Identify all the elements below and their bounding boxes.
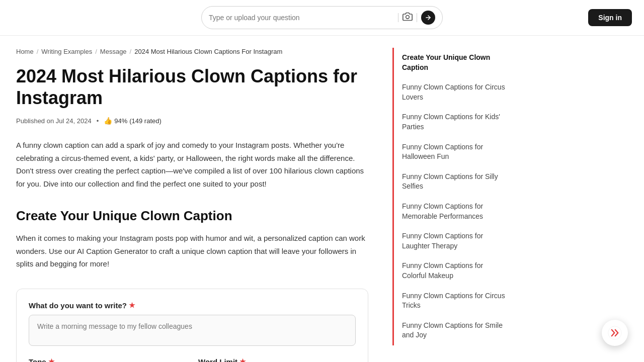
sidebar-item-8[interactable]: Funny Clown Captions for Circus Tricks: [394, 286, 513, 316]
write-field-label-text: What do you want to write?: [29, 301, 127, 310]
required-star-wordlimit: ★: [239, 357, 246, 362]
generator-card: What do you want to write? ★ Tone ★ Word…: [16, 289, 368, 362]
sidebar-item-2[interactable]: Funny Clown Captions for Kids' Parties: [394, 107, 513, 137]
word-limit-field: Word Limit ★: [198, 357, 356, 362]
sidebar: Create Your Unique Clown Caption Funny C…: [392, 48, 513, 362]
sidebar-item-4[interactable]: Funny Clown Captions for Silly Selfies: [394, 167, 513, 197]
sidebar-item-1[interactable]: Funny Clown Captions for Circus Lovers: [394, 77, 513, 107]
required-star-write: ★: [129, 301, 135, 309]
sidebar-item-5[interactable]: Funny Clown Captions for Memorable Perfo…: [394, 197, 513, 226]
tone-field: Tone ★: [29, 357, 186, 362]
breadcrumb-sep-1: /: [37, 48, 39, 55]
word-limit-label-text: Word Limit: [198, 357, 237, 362]
rating-percent: 94%: [114, 117, 127, 125]
floating-icon: [608, 326, 622, 340]
section-title: Create Your Unique Clown Caption: [16, 208, 368, 224]
rating-badge: 👍 94% (149 rated): [104, 117, 162, 125]
svg-point-0: [406, 15, 410, 19]
page-title: 2024 Most Hilarious Clown Captions for I…: [16, 65, 368, 109]
page-container: Home / Writing Examples / Message / 2024…: [0, 36, 644, 362]
search-divider-2: [417, 13, 417, 22]
write-field-label: What do you want to write? ★: [29, 301, 356, 310]
breadcrumb-writing-examples[interactable]: Writing Examples: [41, 48, 92, 55]
search-submit-button[interactable]: [421, 11, 435, 25]
header: Sign in: [0, 0, 644, 36]
breadcrumb-sep-3: /: [130, 48, 132, 55]
sidebar-nav: Create Your Unique Clown Caption Funny C…: [392, 48, 513, 345]
tone-wordlimit-row: Tone ★ Word Limit ★: [29, 357, 356, 362]
floating-action-button[interactable]: [602, 320, 628, 346]
main-content: Home / Writing Examples / Message / 2024…: [16, 48, 368, 362]
meta-dot: •: [97, 117, 99, 125]
article-body: A funny clown caption can add a spark of…: [16, 139, 368, 190]
article-meta: Published on Jul 24, 2024 • 👍 94% (149 r…: [16, 117, 368, 125]
breadcrumb-sep-2: /: [95, 48, 97, 55]
thumbs-up-icon: 👍: [104, 117, 112, 125]
sidebar-item-9[interactable]: Funny Clown Captions for Smile and Joy: [394, 316, 513, 345]
search-divider: [398, 13, 398, 22]
search-input[interactable]: [209, 14, 394, 22]
sidebar-item-7[interactable]: Funny Clown Captions for Colorful Makeup: [394, 256, 513, 286]
sidebar-item-0[interactable]: Create Your Unique Clown Caption: [394, 48, 513, 77]
word-limit-label: Word Limit ★: [198, 357, 356, 362]
breadcrumb-current: 2024 Most Hilarious Clown Captions For I…: [134, 48, 282, 55]
breadcrumb: Home / Writing Examples / Message / 2024…: [16, 48, 368, 55]
sidebar-item-6[interactable]: Funny Clown Captions for Laughter Therap…: [394, 226, 513, 256]
breadcrumb-home[interactable]: Home: [16, 48, 34, 55]
write-input[interactable]: [29, 315, 356, 346]
search-bar: [201, 6, 443, 29]
camera-icon[interactable]: [403, 12, 413, 24]
sidebar-item-3[interactable]: Funny Clown Captions for Halloween Fun: [394, 137, 513, 167]
tone-label: Tone ★: [29, 357, 186, 362]
published-date: Published on Jul 24, 2024: [16, 117, 92, 125]
breadcrumb-message[interactable]: Message: [100, 48, 127, 55]
sign-in-button[interactable]: Sign in: [588, 9, 632, 26]
tone-label-text: Tone: [29, 357, 46, 362]
required-star-tone: ★: [48, 357, 55, 362]
section-body: When it comes to making your Instagram p…: [16, 232, 368, 270]
rating-count: (149 rated): [129, 117, 162, 125]
